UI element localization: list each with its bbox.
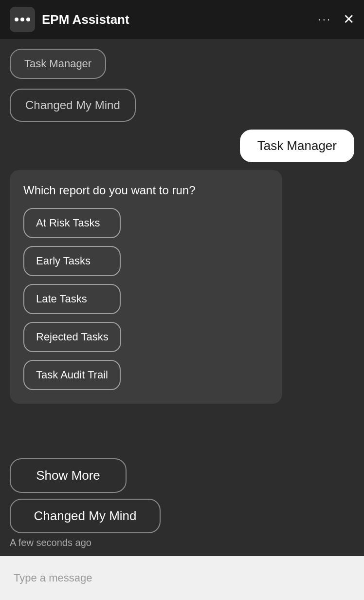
rejected-tasks-button[interactable]: Rejected Tasks	[23, 322, 121, 352]
chat-area: Task Manager Changed My Mind Task Manage…	[0, 39, 364, 458]
header-actions: ··· ✕	[318, 13, 354, 26]
changed-my-mind-button-bottom[interactable]: Changed My Mind	[10, 499, 161, 533]
message-input-area[interactable]: Type a message	[0, 556, 364, 600]
app-title: EPM Assistant	[42, 12, 318, 27]
message-timestamp: A few seconds ago	[0, 537, 364, 556]
show-more-button[interactable]: Show More	[10, 458, 127, 493]
report-options-card: Which report do you want to run? At Risk…	[10, 170, 282, 404]
at-risk-tasks-button[interactable]: At Risk Tasks	[23, 208, 121, 238]
app-icon	[10, 7, 35, 32]
close-button[interactable]: ✕	[343, 13, 354, 26]
task-manager-button-partial[interactable]: Task Manager	[10, 49, 106, 79]
changed-my-mind-button-top[interactable]: Changed My Mind	[10, 89, 136, 122]
chat-icon	[15, 18, 30, 21]
task-audit-trail-button[interactable]: Task Audit Trail	[23, 360, 121, 390]
message-input-placeholder[interactable]: Type a message	[14, 572, 92, 584]
changed-my-mind-top-row: Changed My Mind	[10, 89, 354, 122]
more-options-button[interactable]: ···	[318, 13, 331, 26]
report-question-text: Which report do you want to run?	[23, 184, 269, 197]
bottom-actions: Show More Changed My Mind	[0, 458, 364, 537]
early-tasks-button[interactable]: Early Tasks	[23, 246, 121, 276]
task-manager-response-row: Task Manager	[10, 130, 354, 162]
app-header: EPM Assistant ··· ✕	[0, 0, 364, 39]
task-manager-response-button[interactable]: Task Manager	[240, 130, 354, 162]
partial-message-row: Task Manager	[10, 49, 354, 79]
late-tasks-button[interactable]: Late Tasks	[23, 284, 121, 314]
